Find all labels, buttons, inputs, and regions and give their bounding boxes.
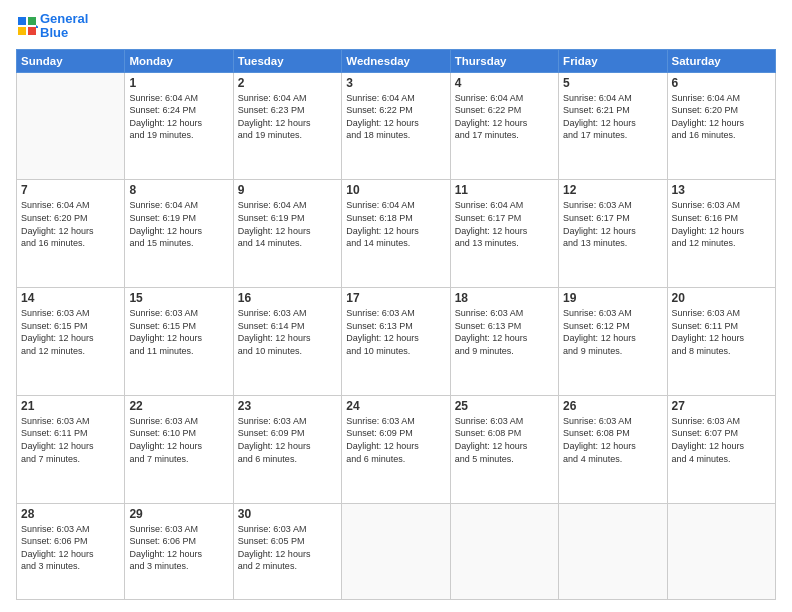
calendar-cell: 30Sunrise: 6:03 AM Sunset: 6:05 PM Dayli… bbox=[233, 503, 341, 599]
day-number: 18 bbox=[455, 291, 554, 305]
header: General Blue bbox=[16, 12, 776, 41]
day-number: 30 bbox=[238, 507, 337, 521]
day-number: 5 bbox=[563, 76, 662, 90]
calendar-cell: 6Sunrise: 6:04 AM Sunset: 6:20 PM Daylig… bbox=[667, 72, 775, 180]
day-number: 13 bbox=[672, 183, 771, 197]
day-number: 12 bbox=[563, 183, 662, 197]
day-info: Sunrise: 6:04 AM Sunset: 6:17 PM Dayligh… bbox=[455, 199, 554, 249]
day-info: Sunrise: 6:03 AM Sunset: 6:07 PM Dayligh… bbox=[672, 415, 771, 465]
calendar-cell: 17Sunrise: 6:03 AM Sunset: 6:13 PM Dayli… bbox=[342, 288, 450, 396]
calendar-cell: 29Sunrise: 6:03 AM Sunset: 6:06 PM Dayli… bbox=[125, 503, 233, 599]
day-info: Sunrise: 6:04 AM Sunset: 6:20 PM Dayligh… bbox=[21, 199, 120, 249]
day-number: 14 bbox=[21, 291, 120, 305]
calendar-cell: 7Sunrise: 6:04 AM Sunset: 6:20 PM Daylig… bbox=[17, 180, 125, 288]
logo-emblem bbox=[16, 15, 38, 37]
weekday-header: Monday bbox=[125, 49, 233, 72]
day-number: 3 bbox=[346, 76, 445, 90]
day-number: 24 bbox=[346, 399, 445, 413]
day-info: Sunrise: 6:04 AM Sunset: 6:22 PM Dayligh… bbox=[346, 92, 445, 142]
page: General Blue SundayMondayTuesdayWednesda… bbox=[0, 0, 792, 612]
svg-rect-1 bbox=[28, 17, 36, 25]
calendar-cell: 16Sunrise: 6:03 AM Sunset: 6:14 PM Dayli… bbox=[233, 288, 341, 396]
svg-rect-3 bbox=[28, 27, 36, 35]
day-number: 19 bbox=[563, 291, 662, 305]
svg-rect-0 bbox=[18, 17, 26, 25]
day-info: Sunrise: 6:03 AM Sunset: 6:11 PM Dayligh… bbox=[672, 307, 771, 357]
calendar-cell: 20Sunrise: 6:03 AM Sunset: 6:11 PM Dayli… bbox=[667, 288, 775, 396]
calendar-cell: 13Sunrise: 6:03 AM Sunset: 6:16 PM Dayli… bbox=[667, 180, 775, 288]
calendar-cell bbox=[450, 503, 558, 599]
day-info: Sunrise: 6:04 AM Sunset: 6:20 PM Dayligh… bbox=[672, 92, 771, 142]
logo-line1: General bbox=[40, 11, 88, 26]
calendar-cell: 18Sunrise: 6:03 AM Sunset: 6:13 PM Dayli… bbox=[450, 288, 558, 396]
calendar-cell: 23Sunrise: 6:03 AM Sunset: 6:09 PM Dayli… bbox=[233, 395, 341, 503]
day-number: 26 bbox=[563, 399, 662, 413]
day-info: Sunrise: 6:03 AM Sunset: 6:09 PM Dayligh… bbox=[238, 415, 337, 465]
day-number: 6 bbox=[672, 76, 771, 90]
day-info: Sunrise: 6:04 AM Sunset: 6:22 PM Dayligh… bbox=[455, 92, 554, 142]
day-info: Sunrise: 6:03 AM Sunset: 6:10 PM Dayligh… bbox=[129, 415, 228, 465]
calendar-cell: 12Sunrise: 6:03 AM Sunset: 6:17 PM Dayli… bbox=[559, 180, 667, 288]
weekday-header: Saturday bbox=[667, 49, 775, 72]
day-info: Sunrise: 6:03 AM Sunset: 6:09 PM Dayligh… bbox=[346, 415, 445, 465]
calendar-cell: 4Sunrise: 6:04 AM Sunset: 6:22 PM Daylig… bbox=[450, 72, 558, 180]
day-info: Sunrise: 6:04 AM Sunset: 6:19 PM Dayligh… bbox=[238, 199, 337, 249]
calendar-cell: 9Sunrise: 6:04 AM Sunset: 6:19 PM Daylig… bbox=[233, 180, 341, 288]
day-number: 1 bbox=[129, 76, 228, 90]
weekday-header: Thursday bbox=[450, 49, 558, 72]
weekday-header: Wednesday bbox=[342, 49, 450, 72]
day-info: Sunrise: 6:03 AM Sunset: 6:17 PM Dayligh… bbox=[563, 199, 662, 249]
calendar-cell: 11Sunrise: 6:04 AM Sunset: 6:17 PM Dayli… bbox=[450, 180, 558, 288]
day-number: 29 bbox=[129, 507, 228, 521]
weekday-header: Sunday bbox=[17, 49, 125, 72]
calendar-cell: 3Sunrise: 6:04 AM Sunset: 6:22 PM Daylig… bbox=[342, 72, 450, 180]
calendar-cell: 2Sunrise: 6:04 AM Sunset: 6:23 PM Daylig… bbox=[233, 72, 341, 180]
day-info: Sunrise: 6:03 AM Sunset: 6:16 PM Dayligh… bbox=[672, 199, 771, 249]
day-number: 2 bbox=[238, 76, 337, 90]
day-info: Sunrise: 6:03 AM Sunset: 6:12 PM Dayligh… bbox=[563, 307, 662, 357]
day-number: 21 bbox=[21, 399, 120, 413]
day-info: Sunrise: 6:04 AM Sunset: 6:18 PM Dayligh… bbox=[346, 199, 445, 249]
calendar-cell: 22Sunrise: 6:03 AM Sunset: 6:10 PM Dayli… bbox=[125, 395, 233, 503]
calendar-cell: 1Sunrise: 6:04 AM Sunset: 6:24 PM Daylig… bbox=[125, 72, 233, 180]
day-number: 25 bbox=[455, 399, 554, 413]
day-info: Sunrise: 6:04 AM Sunset: 6:19 PM Dayligh… bbox=[129, 199, 228, 249]
calendar-cell: 24Sunrise: 6:03 AM Sunset: 6:09 PM Dayli… bbox=[342, 395, 450, 503]
weekday-header: Tuesday bbox=[233, 49, 341, 72]
day-info: Sunrise: 6:03 AM Sunset: 6:15 PM Dayligh… bbox=[21, 307, 120, 357]
day-info: Sunrise: 6:04 AM Sunset: 6:21 PM Dayligh… bbox=[563, 92, 662, 142]
calendar-cell: 28Sunrise: 6:03 AM Sunset: 6:06 PM Dayli… bbox=[17, 503, 125, 599]
calendar-cell bbox=[667, 503, 775, 599]
day-number: 22 bbox=[129, 399, 228, 413]
day-number: 23 bbox=[238, 399, 337, 413]
day-number: 4 bbox=[455, 76, 554, 90]
day-info: Sunrise: 6:03 AM Sunset: 6:08 PM Dayligh… bbox=[455, 415, 554, 465]
calendar-cell: 19Sunrise: 6:03 AM Sunset: 6:12 PM Dayli… bbox=[559, 288, 667, 396]
day-info: Sunrise: 6:03 AM Sunset: 6:14 PM Dayligh… bbox=[238, 307, 337, 357]
calendar-cell: 25Sunrise: 6:03 AM Sunset: 6:08 PM Dayli… bbox=[450, 395, 558, 503]
calendar-cell: 8Sunrise: 6:04 AM Sunset: 6:19 PM Daylig… bbox=[125, 180, 233, 288]
day-info: Sunrise: 6:03 AM Sunset: 6:13 PM Dayligh… bbox=[346, 307, 445, 357]
logo-text: General Blue bbox=[16, 12, 88, 41]
day-number: 28 bbox=[21, 507, 120, 521]
day-info: Sunrise: 6:03 AM Sunset: 6:06 PM Dayligh… bbox=[129, 523, 228, 573]
day-number: 8 bbox=[129, 183, 228, 197]
day-number: 7 bbox=[21, 183, 120, 197]
calendar-cell bbox=[342, 503, 450, 599]
day-number: 16 bbox=[238, 291, 337, 305]
calendar-cell: 21Sunrise: 6:03 AM Sunset: 6:11 PM Dayli… bbox=[17, 395, 125, 503]
day-info: Sunrise: 6:04 AM Sunset: 6:23 PM Dayligh… bbox=[238, 92, 337, 142]
day-number: 9 bbox=[238, 183, 337, 197]
calendar-table: SundayMondayTuesdayWednesdayThursdayFrid… bbox=[16, 49, 776, 600]
svg-marker-4 bbox=[36, 25, 38, 28]
weekday-header: Friday bbox=[559, 49, 667, 72]
calendar-cell: 10Sunrise: 6:04 AM Sunset: 6:18 PM Dayli… bbox=[342, 180, 450, 288]
day-number: 27 bbox=[672, 399, 771, 413]
day-number: 17 bbox=[346, 291, 445, 305]
calendar-cell: 15Sunrise: 6:03 AM Sunset: 6:15 PM Dayli… bbox=[125, 288, 233, 396]
day-info: Sunrise: 6:03 AM Sunset: 6:08 PM Dayligh… bbox=[563, 415, 662, 465]
calendar-cell: 14Sunrise: 6:03 AM Sunset: 6:15 PM Dayli… bbox=[17, 288, 125, 396]
day-number: 10 bbox=[346, 183, 445, 197]
day-number: 11 bbox=[455, 183, 554, 197]
day-info: Sunrise: 6:04 AM Sunset: 6:24 PM Dayligh… bbox=[129, 92, 228, 142]
